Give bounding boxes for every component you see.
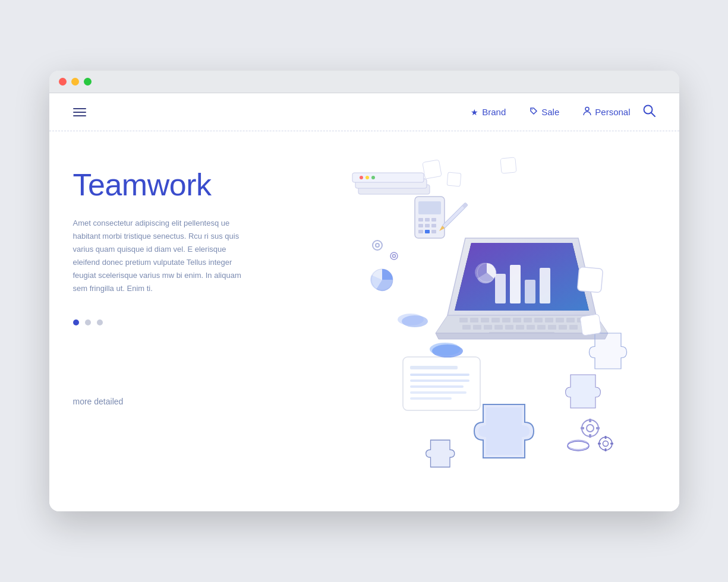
svg-rect-12: [500, 157, 516, 173]
svg-rect-10: [422, 160, 441, 179]
svg-point-33: [398, 314, 424, 325]
tag-icon: [530, 107, 538, 117]
svg-rect-71: [410, 379, 469, 382]
svg-point-9: [371, 176, 375, 179]
svg-rect-38: [510, 265, 521, 303]
dot-3[interactable]: [97, 320, 103, 325]
svg-point-28: [376, 243, 379, 247]
svg-rect-68: [403, 357, 480, 410]
svg-rect-39: [525, 280, 535, 303]
svg-rect-80: [596, 427, 600, 429]
svg-rect-11: [447, 172, 461, 186]
svg-rect-40: [540, 268, 550, 303]
svg-rect-51: [545, 318, 553, 322]
svg-rect-72: [410, 385, 464, 388]
svg-rect-43: [459, 318, 468, 322]
more-detailed-link[interactable]: more detailed: [73, 397, 299, 406]
nav-personal[interactable]: Personal: [583, 106, 630, 118]
browser-titlebar: [49, 71, 679, 93]
dot-2[interactable]: [85, 320, 91, 325]
svg-rect-44: [470, 318, 478, 322]
svg-line-3: [651, 113, 655, 116]
svg-rect-62: [537, 325, 546, 330]
svg-rect-14: [418, 201, 441, 214]
svg-point-7: [360, 176, 363, 179]
svg-rect-78: [589, 434, 591, 438]
isometric-illustration: [311, 149, 655, 482]
svg-rect-69: [410, 366, 458, 369]
minimize-button[interactable]: [71, 78, 79, 86]
svg-rect-20: [431, 224, 436, 227]
person-icon: [583, 106, 591, 118]
nav-brand[interactable]: ★ Brand: [471, 107, 506, 117]
svg-point-81: [599, 437, 612, 450]
svg-rect-64: [559, 325, 567, 330]
browser-window: ★ Brand Sale: [49, 71, 679, 511]
svg-rect-50: [534, 318, 543, 322]
search-button[interactable]: [642, 104, 655, 120]
svg-rect-70: [410, 374, 469, 376]
svg-rect-53: [566, 318, 575, 322]
main-content: Teamwork Amet consectetur adipiscing eli…: [49, 131, 679, 511]
svg-rect-15: [418, 218, 423, 222]
svg-rect-74: [410, 397, 452, 400]
svg-point-0: [532, 109, 533, 110]
svg-rect-92: [579, 314, 601, 336]
svg-rect-17: [431, 218, 436, 222]
nav-sale-label: Sale: [541, 107, 559, 117]
svg-marker-36: [455, 243, 589, 311]
svg-point-88: [430, 343, 461, 356]
svg-point-30: [392, 255, 395, 258]
maximize-button[interactable]: [84, 78, 92, 86]
svg-point-1: [585, 107, 589, 111]
svg-rect-63: [548, 325, 556, 330]
svg-rect-61: [527, 325, 535, 330]
pagination-dots: [73, 320, 299, 325]
nav-brand-label: Brand: [482, 107, 506, 117]
left-panel: Teamwork Amet consectetur adipiscing eli…: [73, 155, 299, 482]
svg-rect-84: [604, 448, 606, 451]
svg-point-82: [603, 441, 608, 447]
right-panel: [299, 155, 655, 482]
svg-rect-46: [491, 318, 500, 322]
svg-rect-83: [604, 436, 606, 439]
svg-rect-19: [425, 224, 430, 227]
nav-sale[interactable]: Sale: [530, 107, 559, 117]
close-button[interactable]: [59, 78, 67, 86]
svg-rect-86: [610, 443, 613, 445]
nav-personal-label: Personal: [595, 107, 630, 117]
svg-rect-73: [410, 391, 467, 394]
svg-rect-47: [502, 318, 510, 322]
svg-rect-16: [425, 218, 430, 222]
svg-rect-18: [418, 224, 423, 227]
svg-rect-21: [418, 230, 423, 233]
svg-point-75: [582, 420, 598, 436]
svg-rect-23: [431, 230, 436, 233]
svg-rect-22: [425, 230, 430, 233]
svg-point-29: [390, 252, 398, 260]
navbar: ★ Brand Sale: [49, 93, 679, 131]
svg-rect-60: [516, 325, 524, 330]
svg-rect-55: [462, 325, 471, 330]
hero-description: Amet consectetur adipiscing elit pellent…: [73, 217, 251, 296]
svg-point-8: [365, 176, 369, 179]
svg-rect-91: [577, 267, 603, 292]
svg-rect-48: [513, 318, 521, 322]
svg-rect-56: [473, 325, 481, 330]
svg-rect-59: [505, 325, 513, 330]
browser-content: ★ Brand Sale: [49, 93, 679, 511]
svg-rect-52: [556, 318, 564, 322]
svg-rect-85: [598, 443, 601, 445]
svg-point-27: [373, 241, 382, 250]
svg-rect-65: [569, 325, 578, 330]
hero-title: Teamwork: [73, 167, 299, 203]
nav-items: ★ Brand Sale: [471, 106, 630, 118]
svg-marker-67: [436, 333, 608, 339]
svg-rect-77: [589, 419, 591, 422]
svg-rect-57: [484, 325, 492, 330]
hamburger-menu[interactable]: [73, 108, 86, 116]
svg-rect-37: [495, 274, 506, 303]
svg-rect-49: [524, 318, 532, 322]
dot-1[interactable]: [73, 320, 79, 325]
svg-rect-58: [494, 325, 503, 330]
